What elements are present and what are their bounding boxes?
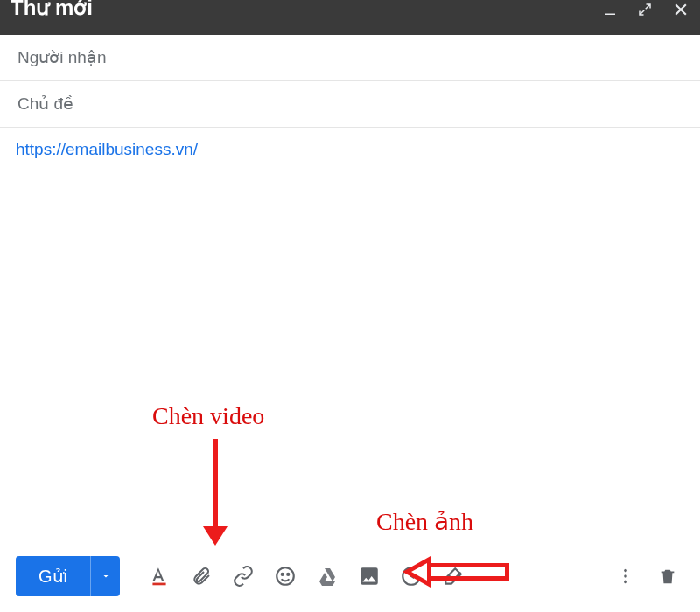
insert-link-icon[interactable] (232, 565, 255, 588)
recipients-row[interactable] (0, 35, 700, 81)
insert-photo-icon[interactable] (358, 565, 381, 588)
annotation-image-label: Chèn ảnh (376, 507, 473, 536)
close-icon[interactable] (672, 1, 690, 18)
confidential-icon[interactable] (400, 565, 423, 588)
compose-titlebar: Thư mới (0, 0, 700, 35)
svg-point-9 (624, 574, 627, 578)
formatting-icon[interactable] (148, 565, 171, 588)
expand-icon[interactable] (637, 2, 653, 17)
minimize-icon[interactable] (602, 2, 618, 17)
svg-rect-3 (152, 583, 165, 586)
window-controls (602, 1, 690, 18)
attach-icon[interactable] (190, 565, 213, 588)
right-tool-icons (614, 565, 679, 588)
more-options-icon[interactable] (614, 565, 637, 588)
compose-body[interactable]: https://emailbusiness.vn/ (0, 128, 700, 495)
format-tool-icons (148, 565, 465, 588)
emoji-icon[interactable] (274, 565, 297, 588)
compose-toolbar: Gửi (0, 556, 700, 596)
send-button[interactable]: Gửi (16, 556, 90, 596)
signature-icon[interactable] (442, 565, 465, 588)
body-link[interactable]: https://emailbusiness.vn/ (16, 140, 198, 158)
svg-point-8 (624, 569, 627, 573)
svg-point-4 (276, 567, 294, 585)
svg-point-5 (282, 574, 284, 575)
drive-icon[interactable] (316, 565, 339, 588)
svg-point-6 (287, 574, 289, 575)
discard-icon[interactable] (656, 565, 679, 588)
svg-point-10 (624, 581, 627, 584)
recipients-input[interactable] (16, 47, 684, 68)
send-options-button[interactable] (90, 556, 120, 596)
send-button-group: Gửi (16, 556, 120, 596)
window-title: Thư mới (10, 0, 93, 20)
subject-row[interactable] (0, 81, 700, 128)
subject-input[interactable] (16, 94, 684, 115)
